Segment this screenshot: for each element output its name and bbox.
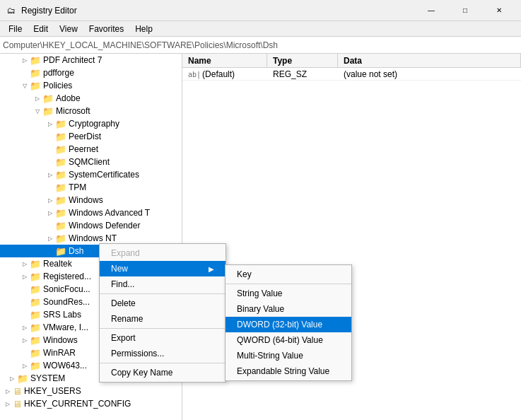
expander-icon (20, 348, 30, 358)
folder-icon: 📁 (30, 68, 41, 78)
minimize-button[interactable]: — (415, 0, 447, 21)
expander-icon: ▷ (20, 259, 30, 269)
close-button[interactable]: ✕ (483, 0, 515, 21)
tree-item-windows[interactable]: ▷ 📁 Windows (0, 194, 182, 206)
folder-icon: 📁 (30, 335, 41, 346)
tree-label: SYSTEM (30, 373, 65, 383)
tree-item-policies[interactable]: ▽ 📁 Policies (0, 79, 182, 92)
tree-item-peernet[interactable]: 📁 Peernet (0, 143, 182, 156)
tree-label: PDF Architect 7 (43, 55, 102, 65)
expander-icon: ▷ (7, 373, 17, 383)
address-bar: Computer\HKEY_LOCAL_MACHINE\SOFTWARE\Pol… (0, 37, 521, 54)
tree-item-hkey-current-config[interactable]: ▷ 🖥 HKEY_CURRENT_CONFIG (0, 397, 182, 410)
menu-favorites[interactable]: Favorites (83, 21, 129, 37)
title-controls: — □ ✕ (415, 0, 515, 21)
ctx-expand[interactable]: Expand (100, 245, 226, 261)
ctx-delete[interactable]: Delete (100, 296, 226, 311)
menu-bar: File Edit View Favorites Help (0, 21, 521, 37)
expander-icon: ▷ (3, 386, 13, 396)
folder-icon: 📁 (30, 310, 41, 320)
tree-item-hkey-users[interactable]: ▷ 🖥 HKEY_USERS (0, 385, 182, 397)
ctx-separator-2 (100, 328, 226, 329)
folder-icon: 🖥 (13, 399, 22, 409)
menu-file[interactable]: File (3, 21, 28, 37)
tree-label: Policies (43, 81, 72, 91)
detail-cell-name: ab|(Default) (182, 69, 267, 79)
col-header-type: Type (267, 54, 338, 67)
folder-icon: 📁 (55, 157, 66, 168)
submenu-key-label: Key (237, 269, 252, 279)
tree-item-cryptography[interactable]: ▷ 📁 Cryptography (0, 117, 182, 130)
tree-label: SQMClient (69, 157, 110, 167)
tree-item-windows-advanced[interactable]: ▷ 📁 Windows Advanced T (0, 206, 182, 219)
folder-icon: 📁 (55, 119, 66, 129)
folder-icon: 📁 (55, 233, 66, 244)
submenu-string-value-label: String Value (237, 288, 282, 298)
ctx-export[interactable]: Export (100, 330, 226, 346)
ctx-rename-label: Rename (111, 314, 143, 324)
ctx-copy-key-name[interactable]: Copy Key Name (100, 365, 226, 380)
tree-item-sqmclient[interactable]: 📁 SQMClient (0, 156, 182, 168)
submenu-key[interactable]: Key (226, 267, 351, 282)
tree-label: Windows (43, 335, 78, 345)
expander-icon: ▽ (33, 106, 42, 116)
ctx-rename[interactable]: Rename (100, 311, 226, 327)
title-bar: 🗂 Registry Editor — □ ✕ (0, 0, 521, 21)
tree-label: TPM (69, 182, 86, 192)
tree-label: Registered... (43, 272, 91, 281)
submenu-dword-value[interactable]: DWORD (32-bit) Value (226, 317, 351, 332)
submenu-string-value[interactable]: String Value (226, 286, 351, 301)
ctx-new[interactable]: New ▶ (100, 261, 226, 276)
ctx-permissions-label: Permissions... (111, 349, 164, 358)
tree-item-tpm[interactable]: 📁 TPM (0, 181, 182, 194)
expander-icon (20, 310, 30, 320)
tree-label: SonicFocu... (43, 284, 90, 294)
submenu-multi-string-value-label: Multi-String Value (237, 351, 303, 361)
tree-item-systemcertificates[interactable]: ▷ 📁 SystemCertificates (0, 168, 182, 181)
ctx-separator-3 (100, 363, 226, 363)
maximize-button[interactable]: □ (449, 0, 481, 21)
expander-icon (45, 144, 55, 154)
folder-icon: 📁 (55, 182, 66, 193)
menu-view[interactable]: View (54, 21, 83, 37)
submenu-multi-string-value[interactable]: Multi-String Value (226, 348, 351, 363)
submenu-binary-value[interactable]: Binary Value (226, 301, 351, 317)
menu-edit[interactable]: Edit (28, 21, 54, 37)
detail-cell-data: (value not set) (338, 69, 521, 79)
tree-item-peerdist[interactable]: 📁 PeerDist (0, 130, 182, 143)
tree-item-pdfforge[interactable]: 📁 pdfforge (0, 66, 182, 79)
folder-icon: 📁 (42, 106, 54, 117)
expander-icon: ▷ (20, 322, 30, 332)
expander-icon (20, 284, 30, 294)
menu-help[interactable]: Help (129, 21, 158, 37)
ctx-expand-label: Expand (111, 248, 140, 258)
tree-label: Peernet (69, 144, 98, 154)
ctx-separator-1 (100, 293, 226, 294)
folder-icon: 📁 (55, 195, 66, 206)
submenu-expandable-string-value[interactable]: Expandable String Value (226, 363, 351, 379)
submenu-qword-value[interactable]: QWORD (64-bit) Value (226, 332, 351, 348)
ctx-find[interactable]: Find... (100, 276, 226, 292)
tree-item-adobe[interactable]: ▷ 📁 Adobe (0, 92, 182, 105)
detail-row-default[interactable]: ab|(Default) REG_SZ (value not set) (182, 68, 521, 81)
expander-icon (45, 246, 55, 256)
app-icon: 🗂 (6, 5, 17, 16)
tree-label: HKEY_CURRENT_CONFIG (24, 399, 131, 409)
tree-label: Windows Defender (69, 221, 140, 231)
context-menu: Expand New ▶ Find... Delete Rename Expor… (99, 243, 226, 383)
submenu: Key String Value Binary Value DWORD (32-… (225, 264, 352, 381)
tree-item-windows-defender[interactable]: 📁 Windows Defender (0, 219, 182, 232)
detail-header: Name Type Data (182, 54, 521, 68)
ctx-new-label: New (111, 264, 128, 274)
expander-icon: ▷ (45, 195, 55, 205)
folder-icon: 📁 (55, 221, 66, 231)
folder-icon: 📁 (55, 246, 66, 257)
folder-icon: 📁 (30, 272, 41, 282)
detail-cell-type: REG_SZ (267, 69, 338, 79)
expander-icon: ▷ (20, 55, 30, 65)
tree-item-microsoft[interactable]: ▽ 📁 Microsoft (0, 105, 182, 117)
tree-label: Dsh (69, 246, 83, 256)
tree-item-pdf-architect[interactable]: ▷ 📁 PDF Architect 7 (0, 54, 182, 66)
expander-icon: ▷ (45, 233, 55, 243)
ctx-permissions[interactable]: Permissions... (100, 346, 226, 361)
